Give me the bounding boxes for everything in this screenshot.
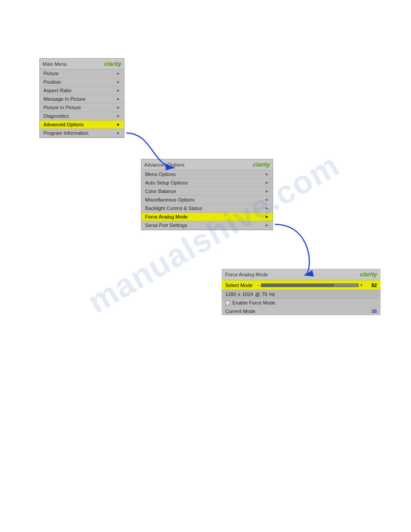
current-mode-row: Current Mode 35	[222, 307, 381, 315]
main-menu-panel: Main Menu clarity Picture ► Position ► A…	[39, 58, 124, 138]
slider-minus: -	[258, 283, 259, 287]
arrow-icon: ►	[116, 122, 120, 127]
slider-plus: +	[360, 283, 363, 287]
arrow-icon: ►	[116, 80, 120, 84]
force-analog-title: Force Analog Mode	[225, 272, 268, 277]
res-hz-val: 75	[262, 292, 267, 297]
menu-item-picture-in-picture[interactable]: Picture In Picture ►	[40, 103, 124, 112]
main-menu-title: Main Menu	[43, 61, 67, 67]
menu-item-picture[interactable]: Picture ►	[40, 69, 124, 78]
arrow-icon: ►	[265, 223, 269, 227]
main-menu-logo: clarity	[104, 60, 121, 67]
arrow-icon: ►	[265, 215, 269, 219]
menu-item-diagnostics[interactable]: Diagnostics ►	[40, 112, 124, 120]
advanced-options-title: Advanced Options	[144, 162, 184, 167]
force-analog-panel: Force Analog Mode clarity Select Mode - …	[222, 269, 381, 315]
current-mode-value: 35	[372, 309, 377, 314]
slider-value: 82	[368, 283, 377, 288]
arrow-icon: ►	[265, 189, 269, 193]
main-menu-header: Main Menu clarity	[40, 59, 124, 69]
res-x-separator: x	[238, 292, 240, 297]
menu-item-backlight[interactable]: Backlight Control & Status ►	[141, 204, 273, 213]
arrow-icon: ►	[116, 97, 120, 101]
select-mode-row[interactable]: Select Mode - + 82	[222, 280, 381, 290]
menu-item-menu-options[interactable]: Menu Options ►	[141, 170, 273, 179]
menu-item-misc-options[interactable]: Miscellaneous Options ►	[141, 196, 273, 204]
menu-item-position[interactable]: Position ►	[40, 78, 124, 86]
arrow-icon: ►	[265, 172, 269, 176]
enable-force-label: Enable Force Mode	[232, 300, 275, 305]
arrow-icon: ►	[116, 131, 120, 135]
menu-item-program-information[interactable]: Program Information ►	[40, 129, 124, 137]
slider-area[interactable]: - +	[258, 283, 363, 287]
menu-item-color-balance[interactable]: Color Balance ►	[141, 187, 273, 196]
select-mode-label: Select Mode	[225, 283, 253, 288]
current-mode-label: Current Mode	[225, 309, 255, 314]
res-height: 1024	[242, 292, 253, 297]
enable-force-mode-row[interactable]: Enable Force Mode	[222, 299, 381, 307]
arrow-icon: ►	[116, 88, 120, 93]
advanced-options-header: Advanced Options clarity	[141, 159, 273, 170]
enable-force-checkbox[interactable]	[225, 300, 230, 305]
res-width: 1280	[225, 292, 236, 297]
advanced-options-panel: Advanced Options clarity Menu Options ► …	[141, 159, 273, 230]
menu-item-serial-port[interactable]: Serial Port Settings ►	[141, 221, 273, 230]
menu-item-aspect-ratio[interactable]: Aspect Ratio ►	[40, 86, 124, 95]
slider-fill	[261, 284, 334, 287]
force-analog-logo: clarity	[360, 271, 377, 278]
menu-item-force-analog[interactable]: Force Analog Mode ►	[141, 213, 273, 221]
slider-track[interactable]	[261, 283, 359, 287]
res-hz: Hz	[269, 292, 275, 297]
resolution-row: 1280 x 1024 @ 75 Hz	[222, 290, 381, 299]
arrow-icon: ►	[116, 114, 120, 118]
arrow-icon: ►	[265, 180, 269, 185]
menu-item-auto-setup[interactable]: Auto Setup Options ►	[141, 179, 273, 187]
arrow-icon: ►	[265, 197, 269, 202]
res-at: @	[255, 292, 260, 297]
arrow-icon: ►	[116, 71, 120, 76]
menu-item-message-in-picture[interactable]: Message In Picture ►	[40, 95, 124, 103]
arrow-icon: ►	[116, 105, 120, 110]
advanced-options-logo: clarity	[253, 161, 270, 168]
force-analog-header: Force Analog Mode clarity	[222, 269, 381, 280]
menu-item-advanced-options[interactable]: Advanced Options ►	[40, 120, 124, 129]
arrow-icon: ►	[265, 206, 269, 210]
